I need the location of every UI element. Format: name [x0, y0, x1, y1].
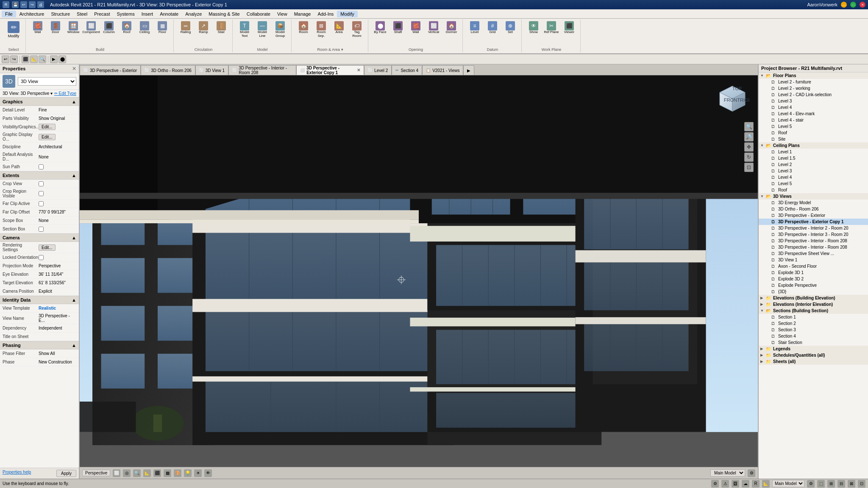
menu-systems[interactable]: Systems: [113, 11, 138, 17]
pb-ceiling-level1[interactable]: 🗋 Level 1: [759, 149, 868, 155]
ribbon-btn-model-line[interactable]: — Model Line: [254, 20, 271, 39]
pb-level4[interactable]: 🗋 Level 4: [759, 104, 868, 111]
print-icon[interactable]: 🖨: [37, 1, 44, 8]
ribbon-btn-tag-room[interactable]: 🏷 Tag Room: [348, 20, 365, 39]
toolbar-btn-1[interactable]: ↩: [2, 55, 9, 63]
pb-3d-perspective-exterior-copy1[interactable]: 🗋 3D Perspective - Exterior Copy 1: [759, 219, 868, 225]
pb-ceiling-level2[interactable]: 🗋 Level 2: [759, 161, 868, 168]
ribbon-btn-area[interactable]: 📐 Area: [331, 20, 348, 39]
pb-3d-ortho-206[interactable]: 🗋 3D Ortho - Room 206: [759, 206, 868, 212]
pb-explode-perspective[interactable]: 🗋 Explode Perspective: [759, 282, 868, 288]
pb-explode-3d2[interactable]: 🗋 Explode 3D 2: [759, 276, 868, 282]
zoom-in-button[interactable]: 🔍: [744, 122, 754, 131]
ribbon-btn-ramp[interactable]: ↗ Ramp: [195, 20, 212, 35]
status-revit-icon[interactable]: R: [752, 480, 760, 488]
orbit-button[interactable]: ↻: [744, 152, 754, 162]
pb-category-elevations-building[interactable]: ▶ 📁 Elevations (Building Elevation): [759, 295, 868, 301]
menu-analyze[interactable]: Analyze: [182, 11, 205, 17]
ribbon-btn-level[interactable]: ≡ Level: [466, 20, 483, 35]
tab-expand[interactable]: ▶: [463, 65, 474, 75]
status-icon-7[interactable]: 🎨: [174, 469, 181, 477]
graphic-display-button[interactable]: Edit...: [39, 134, 56, 140]
pb-section2[interactable]: 🗋 Section 2: [759, 320, 868, 327]
pb-site[interactable]: 🗋 Site: [759, 136, 868, 142]
menu-file[interactable]: File: [2, 11, 16, 17]
properties-help-link[interactable]: Properties help: [3, 470, 31, 477]
toolbar-btn-3[interactable]: ⬛: [22, 55, 29, 63]
section-extents-header[interactable]: Extents ▲: [0, 171, 79, 180]
ribbon-btn-model-group[interactable]: 📦 Model Group: [272, 20, 289, 39]
pb-explode-3d1[interactable]: 🗋 Explode 3D 1: [759, 269, 868, 276]
nav-cube[interactable]: TOP FRONT RIGHT: [715, 84, 749, 118]
far-clip-active-checkbox[interactable]: [39, 201, 44, 206]
tab-3d-ortho-room206[interactable]: ⬜ 3D Ortho - Room 206: [141, 65, 195, 75]
status-icons-right5[interactable]: ⊡: [858, 480, 865, 488]
ribbon-btn-shaft[interactable]: ⬛ Shaft: [389, 20, 406, 35]
pb-3d-view1[interactable]: 🗋 3D View 1: [759, 257, 868, 263]
ribbon-btn-stair[interactable]: 🪜 Stair: [213, 20, 230, 35]
menu-addins[interactable]: Add-Ins: [314, 11, 337, 17]
toolbar-btn-7[interactable]: ⬤: [58, 55, 66, 63]
pb-level5[interactable]: 🗋 Level 5: [759, 123, 868, 130]
section-camera-header[interactable]: Camera ▲: [0, 233, 79, 242]
tab-3d-perspective-exterior-copy1[interactable]: ⬜ 3D Perspective - Exterior Copy 1 ✕: [296, 65, 364, 75]
ribbon-btn-viewer[interactable]: ⬛ Viewer: [561, 20, 578, 35]
pb-category-elevations-interior[interactable]: ▶ 📁 Elevations (Interior Elevation): [759, 301, 868, 308]
pb-3d-perspective-interior3[interactable]: 🗋 3D Perspective - Interior 3 - Room 20: [759, 231, 868, 238]
ribbon-btn-set[interactable]: ⊕ Set: [502, 20, 519, 35]
locked-orientation-checkbox[interactable]: [39, 255, 44, 260]
viewport[interactable]: TOP FRONT RIGHT 🔍 🔎 ✥ ↻ ⊡: [80, 75, 758, 467]
status-model-icon[interactable]: 📐: [762, 480, 770, 488]
ribbon-btn-window[interactable]: 🪟 Window: [65, 20, 82, 35]
ribbon-btn-roof[interactable]: 🏠 Roof: [118, 20, 135, 35]
pb-category-sheets[interactable]: ▶ 📁 Sheets (all): [759, 358, 868, 365]
menu-view[interactable]: View: [274, 11, 291, 17]
menu-modify[interactable]: Modify: [337, 11, 357, 17]
pb-3d-default[interactable]: 🗋 {3D}: [759, 288, 868, 295]
ribbon-btn-floor[interactable]: ▦ Floor: [154, 20, 171, 35]
undo-icon[interactable]: ↩: [20, 1, 27, 8]
section-identity-header[interactable]: Identity Data ▲: [0, 296, 79, 304]
tab-level2[interactable]: ⬜ Level 2: [364, 65, 392, 75]
pb-level2-cad[interactable]: 🗋 Level 2 - CAD Link-selection: [759, 92, 868, 98]
status-icon-10[interactable]: 👁: [204, 469, 212, 477]
tab-3d-perspective-exterior[interactable]: ⬜ 3D Perspective - Exterior: [80, 65, 141, 75]
ribbon-btn-model-text[interactable]: T Model Text: [236, 20, 253, 39]
menu-structure[interactable]: Structure: [47, 11, 73, 17]
status-icons-right3[interactable]: ⊟: [837, 480, 845, 488]
pb-section1[interactable]: 🗋 Section 1: [759, 314, 868, 320]
save-icon[interactable]: 💾: [12, 1, 19, 8]
model-selector[interactable]: Main Model: [710, 469, 745, 477]
status-warning-icon[interactable]: ⚠: [721, 480, 729, 488]
pb-category-schedules[interactable]: ▶ 📁 Schedules/Quantities (all): [759, 352, 868, 358]
crop-region-visible-checkbox[interactable]: [39, 191, 44, 196]
ribbon-btn-modify[interactable]: ✏ Modify: [4, 20, 23, 39]
zoom-fit-button[interactable]: ⊡: [744, 163, 754, 172]
pb-ceiling-roof[interactable]: 🗋 Roof: [759, 187, 868, 193]
sun-path-checkbox[interactable]: [39, 164, 44, 169]
apply-button[interactable]: Apply: [56, 470, 76, 477]
status-settings-icon[interactable]: ⚙: [807, 480, 815, 488]
pb-3d-perspective-interior2[interactable]: 🗋 3D Perspective - Interior 2 - Room 20: [759, 225, 868, 231]
menu-insert[interactable]: Insert: [138, 11, 157, 17]
tab-close-5[interactable]: ✕: [357, 68, 360, 72]
toolbar-btn-6[interactable]: ▶: [50, 55, 58, 63]
ribbon-btn-grid[interactable]: # Grid: [484, 20, 501, 35]
view-type-dropdown[interactable]: 3D View: [18, 77, 76, 86]
pb-3d-energy[interactable]: 🗋 3D Energy Model: [759, 200, 868, 206]
visibility-graphics-button[interactable]: Edit...: [39, 124, 56, 130]
ribbon-btn-column[interactable]: ⬛ Column: [100, 20, 117, 35]
ribbon-btn-room[interactable]: 🏠 Room: [295, 20, 312, 39]
ribbon-btn-ref-plane[interactable]: ✂ Ref Plane: [543, 20, 560, 35]
section-graphics-header[interactable]: Graphics ▲: [0, 97, 79, 106]
ribbon-btn-vertical[interactable]: ⬜ Vertical: [425, 20, 442, 35]
pb-category-ceiling-plans[interactable]: ▼ 📂 Ceiling Plans: [759, 142, 868, 149]
ribbon-btn-by-face[interactable]: ⬤ By Face: [372, 20, 389, 35]
pb-category-legends[interactable]: ▶ 📁 Legends: [759, 346, 868, 352]
menu-steel[interactable]: Steel: [73, 11, 91, 17]
status-sync-icon[interactable]: ⚙: [711, 480, 719, 488]
tab-section4[interactable]: ✂ Section 4: [392, 65, 422, 75]
status-icon-5[interactable]: ⬛: [153, 469, 161, 477]
ribbon-btn-wall-opening[interactable]: 🧱 Wall: [407, 20, 424, 35]
minimize-button[interactable]: —: [841, 2, 847, 8]
